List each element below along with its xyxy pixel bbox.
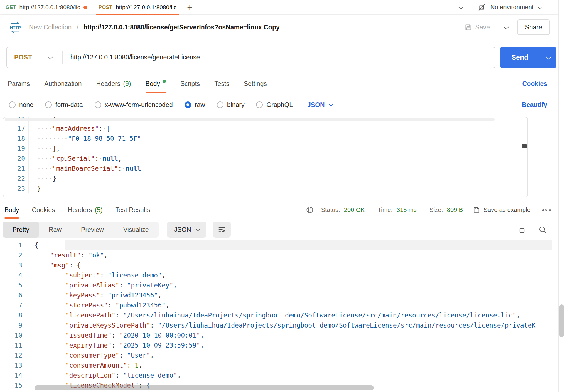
network-globe-icon[interactable]	[306, 206, 314, 214]
horizontal-scrollbar-thumb[interactable]	[35, 385, 374, 390]
code-content: "issuedTime": "2020-10-10 00:00:01",	[22, 330, 552, 340]
breadcrumb-separator: /	[77, 24, 78, 31]
view-preview[interactable]: Preview	[71, 222, 114, 238]
body-mode-raw[interactable]: raw	[185, 101, 205, 109]
leading-whitespace	[35, 312, 65, 319]
method-selector[interactable]: POST	[14, 54, 32, 61]
line-number: 3	[0, 260, 22, 270]
request-tab-scripts[interactable]: Scripts	[180, 73, 200, 95]
open-request-tab-post[interactable]: POSThttp://127.0.0.1:8080/lic	[93, 0, 182, 14]
body-mode-binary[interactable]: binary	[217, 101, 245, 109]
save-options-chevron-icon[interactable]	[504, 26, 508, 29]
time-value[interactable]: 315 ms	[397, 206, 417, 214]
page-scrollbar-thumb[interactable]	[559, 304, 564, 337]
leading-whitespace: ····	[37, 125, 52, 132]
share-button[interactable]: Share	[517, 19, 550, 35]
tab-label: Headers	[68, 206, 92, 214]
send-button[interactable]: Send	[500, 47, 556, 68]
code-content: "storePass": "pubwd123456",	[22, 300, 552, 310]
token-punct: ,	[104, 252, 108, 259]
save-as-example-button[interactable]: Save as example	[473, 206, 530, 214]
token-key: "consumerAmount"	[65, 362, 127, 369]
request-tab-authorization[interactable]: Authorization	[44, 73, 82, 95]
url-input[interactable]: http://127.0.0.1:8080/license/generateLi…	[70, 54, 200, 61]
response-body-viewer[interactable]: 1{2 "result": "ok",3 "msg": {4 "subject"…	[0, 240, 558, 392]
body-language-selector[interactable]: JSON	[307, 101, 332, 109]
leading-whitespace	[35, 342, 65, 349]
wrap-lines-icon	[218, 225, 226, 234]
line-number: 1	[0, 240, 22, 250]
mode-label: raw	[195, 101, 205, 109]
file-path-link[interactable]: /Users/liuhaihua/IdeaProjects/springboot…	[127, 312, 512, 319]
save-button[interactable]: Save	[465, 24, 490, 31]
code-content: ········"F0-18-98-50-71-5F"	[29, 133, 520, 143]
new-tab-button[interactable]: +	[182, 0, 198, 14]
response-tab-headers[interactable]: Headers(5)	[68, 199, 103, 221]
code-content: }	[29, 183, 520, 193]
body-mode-none[interactable]: none	[9, 101, 33, 109]
radio-x-www-form-urlencoded[interactable]	[95, 101, 101, 108]
request-tab-params[interactable]: Params	[8, 73, 30, 95]
environment-selector[interactable]: No environment	[470, 3, 549, 11]
body-mode-graphql[interactable]: GraphQL	[256, 101, 293, 109]
open-request-tab-get[interactable]: GEThttp://127.0.0.1:8080/lic	[0, 0, 93, 14]
send-options-chevron-icon[interactable]	[540, 56, 556, 59]
code-content: ····"macAddress":·[	[29, 123, 520, 133]
body-mode-form-data[interactable]: form-data	[45, 101, 83, 109]
request-tab-body[interactable]: Body	[146, 73, 166, 95]
horizontal-scrollbar-track[interactable]	[5, 118, 495, 121]
radio-binary[interactable]	[217, 101, 223, 108]
token-punct: :	[100, 272, 108, 279]
copy-icon[interactable]	[517, 225, 525, 234]
leading-whitespace: ····	[37, 165, 52, 172]
status-value[interactable]: 200 OK	[344, 206, 365, 214]
token-str: "User"	[127, 352, 150, 359]
method-chevron-icon[interactable]	[48, 54, 53, 59]
radio-raw[interactable]	[185, 101, 191, 108]
token-punct: ,	[177, 372, 181, 379]
token-punct: ,	[139, 362, 143, 369]
mode-label: binary	[227, 101, 245, 109]
token-null: null	[102, 155, 118, 162]
line-number: 8	[0, 310, 22, 320]
radio-graphql[interactable]	[256, 101, 263, 108]
token-str: "2020-10-10 00:00:01"	[119, 332, 200, 339]
tab-list-chevron-icon[interactable]	[458, 4, 463, 9]
cookies-link[interactable]: Cookies	[522, 80, 547, 88]
request-body-editor[interactable]: 16····],17····"macAddress":·[18········"…	[3, 117, 528, 197]
radio-form-data[interactable]	[45, 101, 52, 108]
view-raw[interactable]: Raw	[39, 222, 71, 238]
more-options-icon[interactable]	[542, 209, 551, 211]
wrap-lines-button[interactable]	[213, 222, 231, 238]
token-punct: }	[37, 185, 41, 192]
request-tab-tests[interactable]: Tests	[214, 73, 229, 95]
token-key: "privateAlias"	[65, 282, 119, 289]
code-line: 21····"mainBoardSerial":·null	[3, 163, 520, 173]
view-visualize[interactable]: Visualize	[114, 222, 159, 238]
view-pretty[interactable]: Pretty	[3, 222, 39, 238]
mode-label: GraphQL	[266, 101, 293, 109]
body-mode-x-www-form-urlencoded[interactable]: x-www-form-urlencoded	[95, 101, 173, 109]
token-str: "	[158, 322, 162, 329]
file-path-link[interactable]: /Users/liuhaihua/IdeaProjects/springboot…	[162, 322, 535, 329]
code-line: 3 "msg": {	[0, 260, 552, 270]
response-tab-cookies[interactable]: Cookies	[32, 199, 55, 221]
token-str: "ok"	[89, 252, 104, 259]
token-punct: :	[118, 165, 122, 172]
code-content: "privateKeysStorePath": "/Users/liuhaihu…	[22, 320, 552, 330]
breadcrumb-collection[interactable]: New Collection	[29, 24, 72, 31]
radio-none[interactable]	[9, 101, 16, 108]
response-tab-test-results[interactable]: Test Results	[116, 199, 150, 221]
search-icon[interactable]	[538, 225, 547, 234]
vertical-scrollbar-thumb[interactable]	[522, 144, 527, 148]
mode-label: x-www-form-urlencoded	[105, 101, 173, 109]
code-line: 1{	[0, 240, 552, 250]
beautify-link[interactable]: Beautify	[522, 101, 547, 109]
size-value[interactable]: 809 B	[447, 206, 463, 214]
token-str: "license demo"	[123, 372, 177, 379]
request-tab-headers[interactable]: Headers(9)	[96, 73, 131, 95]
tab-method-label: GET	[6, 4, 16, 10]
request-tab-settings[interactable]: Settings	[244, 73, 267, 95]
response-tab-body[interactable]: Body	[4, 199, 19, 221]
response-language-selector[interactable]: JSON	[167, 222, 206, 238]
